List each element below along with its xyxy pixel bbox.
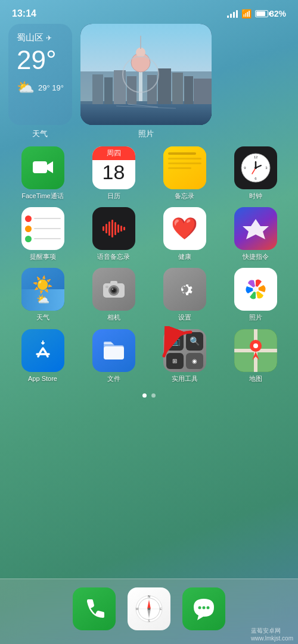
app-health[interactable]: ❤️ 健康: [150, 207, 219, 261]
weather-location: 蜀山区 ✈: [17, 32, 64, 43]
signal-icon: [227, 10, 238, 18]
svg-rect-9: [114, 70, 126, 104]
time-display: 13:14: [12, 8, 36, 19]
voicememo-label: 语音备忘录: [97, 253, 130, 261]
svg-rect-14: [184, 76, 193, 104]
dock-safari[interactable]: N S E W: [128, 587, 170, 630]
app-grid-row3: ☀️ ⛅ 天气 相机: [0, 265, 298, 324]
battery-percent: 82%: [269, 9, 286, 18]
voicememo-icon: [92, 207, 135, 250]
app-reminders[interactable]: 提醒事项: [8, 207, 77, 261]
page-dot-1: [142, 393, 147, 398]
app-weather[interactable]: ☀️ ⛅ 天气: [8, 268, 77, 321]
shortcuts-label: 快捷指令: [243, 253, 269, 261]
status-icons: 📶 82%: [227, 9, 286, 18]
svg-rect-6: [140, 36, 141, 49]
app-files[interactable]: 文件: [79, 329, 148, 383]
svg-rect-8: [104, 77, 113, 104]
weather-widget-label: 天气: [8, 129, 72, 139]
camera-label: 相机: [107, 314, 120, 321]
app-grid-row4: App Store 文件 📺 🔍 ⊞ ◉: [0, 327, 298, 385]
svg-point-58: [207, 606, 210, 609]
status-bar: 13:14 📶 82%: [0, 0, 298, 24]
messages-icon: [182, 587, 225, 630]
weather-app-icon: ☀️ ⛅: [21, 268, 64, 311]
calendar-weekday: 周四: [92, 146, 135, 160]
svg-rect-11: [147, 75, 157, 104]
app-camera[interactable]: 相机: [79, 268, 148, 321]
calendar-icon: 周四 18: [92, 146, 135, 189]
app-voicememo[interactable]: 语音备忘录: [79, 207, 148, 261]
files-label: 文件: [107, 375, 120, 383]
files-icon: [92, 329, 135, 372]
svg-rect-39: [104, 346, 124, 359]
svg-rect-35: [105, 286, 108, 288]
appstore-icon: [21, 329, 64, 372]
svg-rect-36: [110, 281, 117, 284]
app-calendar[interactable]: 周四 18 日历: [79, 146, 148, 200]
maps-icon: [234, 329, 277, 372]
svg-point-42: [253, 343, 258, 348]
calendar-date: 18: [103, 160, 125, 186]
photo-widget[interactable]: 照片: [80, 24, 212, 139]
heart-icon: ❤️: [171, 216, 198, 241]
notes-icon: [163, 146, 206, 189]
reminders-icon: [21, 207, 64, 250]
shortcuts-icon: [234, 207, 277, 250]
calendar-label: 日历: [107, 192, 120, 200]
app-grid-row2: 提醒事项 语音备忘录 ❤️ 健康: [0, 205, 298, 263]
maps-label: 地图: [249, 375, 262, 383]
photos-label: 照片: [249, 314, 262, 321]
widgets-area: 蜀山区 ✈ 29° ⛅ 29° 19° 天气: [0, 24, 298, 139]
app-maps[interactable]: 地图: [221, 329, 290, 383]
svg-marker-20: [47, 161, 53, 173]
watermark: 蓝莓安卓网 www.lmkjst.com: [251, 627, 293, 642]
app-utilities[interactable]: 📺 🔍 ⊞ ◉ 实用工具: [150, 329, 219, 383]
weather-condition-icon: ⛅: [17, 79, 35, 96]
svg-point-51: [148, 608, 150, 610]
weather-temperature: 29°: [17, 46, 64, 74]
app-notes[interactable]: 备忘录: [150, 146, 219, 200]
app-appstore[interactable]: App Store: [8, 329, 77, 383]
safari-icon: N S E W: [128, 587, 170, 630]
dock-phone[interactable]: [73, 587, 116, 630]
svg-rect-19: [33, 161, 47, 173]
voice-waves: [103, 220, 125, 237]
notes-label: 备忘录: [175, 192, 194, 200]
svg-point-56: [198, 606, 201, 609]
svg-text:N: N: [148, 595, 150, 598]
app-settings[interactable]: 设置: [150, 268, 219, 321]
facetime-label: FaceTime通话: [21, 192, 64, 200]
photo-widget-label: 照片: [80, 129, 212, 139]
utilities-label: 实用工具: [172, 375, 198, 383]
svg-point-29: [254, 167, 257, 169]
camera-icon: [92, 268, 135, 311]
svg-point-57: [203, 606, 206, 609]
app-clock[interactable]: 12 3 6 9 时钟: [221, 146, 290, 200]
app-facetime[interactable]: FaceTime通话: [8, 146, 77, 200]
app-photos[interactable]: 照片: [221, 268, 290, 321]
utilities-icon: 📺 🔍 ⊞ ◉: [163, 329, 206, 372]
svg-rect-7: [92, 74, 103, 104]
svg-text:12: 12: [253, 155, 257, 159]
wifi-icon: 📶: [241, 9, 252, 18]
reminders-label: 提醒事项: [30, 253, 56, 261]
battery-indicator: 82%: [255, 9, 286, 18]
dock-messages[interactable]: [182, 587, 225, 630]
health-icon: ❤️: [163, 207, 206, 250]
weather-widget[interactable]: 蜀山区 ✈ 29° ⛅ 29° 19° 天气: [8, 24, 72, 139]
svg-rect-12: [158, 68, 171, 104]
health-label: 健康: [178, 253, 191, 261]
weather-range: 29° 19°: [38, 83, 64, 92]
app-shortcuts[interactable]: 快捷指令: [221, 207, 290, 261]
svg-text:W: W: [136, 607, 139, 611]
appstore-label: App Store: [28, 375, 57, 383]
svg-point-37: [253, 286, 259, 292]
facetime-icon: [21, 146, 64, 189]
clock-label: 时钟: [249, 192, 262, 200]
svg-rect-1: [80, 101, 212, 125]
phone-icon: [73, 587, 116, 630]
photos-icon: [234, 268, 277, 311]
clock-icon: 12 3 6 9: [234, 146, 277, 189]
page-dot-2: [151, 393, 156, 398]
